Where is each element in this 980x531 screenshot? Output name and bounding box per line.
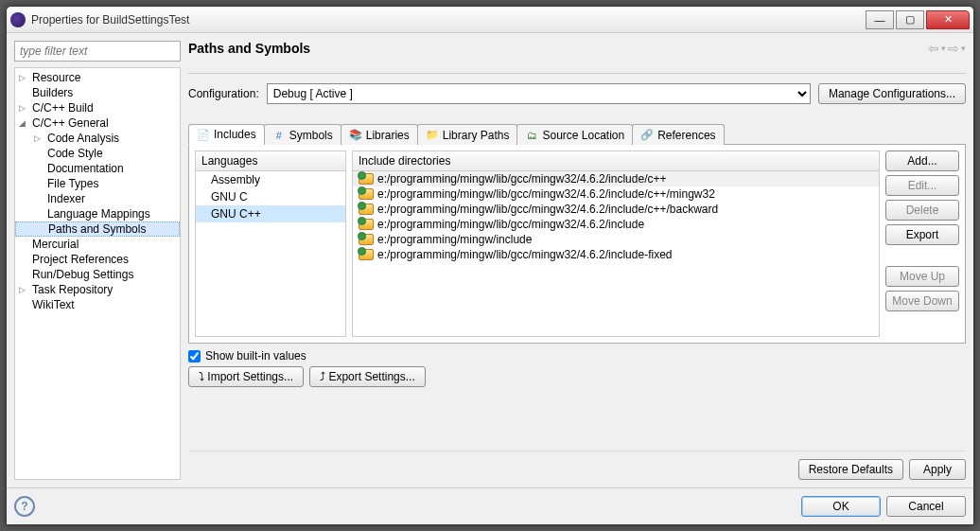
- folder-icon: [359, 249, 374, 260]
- import-settings-button[interactable]: ⤵ Import Settings...: [188, 366, 304, 387]
- language-item[interactable]: GNU C++: [196, 205, 345, 222]
- tab-libraries[interactable]: 📚Libraries: [341, 124, 418, 145]
- window-title: Properties for BuildSettingsTest: [31, 13, 189, 27]
- includes-header: Include directories: [353, 151, 879, 171]
- tree-item-file-types[interactable]: File Types: [15, 176, 180, 191]
- maximize-button[interactable]: ▢: [896, 10, 924, 29]
- include-path-row[interactable]: e:/programming/mingw/lib/gcc/mingw32/4.6…: [353, 247, 879, 262]
- forward-menu-icon[interactable]: ▾: [961, 44, 966, 53]
- language-item[interactable]: GNU C: [196, 188, 345, 205]
- tree-item-resource[interactable]: ▷Resource: [15, 70, 180, 85]
- include-path-row[interactable]: e:/programming/mingw/lib/gcc/mingw32/4.6…: [353, 202, 879, 217]
- forward-icon[interactable]: ⇨: [948, 41, 959, 56]
- expand-icon[interactable]: ▷: [19, 103, 26, 113]
- tree-item-c-c-general[interactable]: ◢C/C++ General: [15, 115, 180, 131]
- expand-icon[interactable]: ▷: [34, 133, 41, 143]
- tree-item-indexer[interactable]: Indexer: [15, 191, 180, 206]
- tab-source-location[interactable]: 🗂Source Location: [516, 124, 633, 145]
- tree-item-code-analysis[interactable]: ▷Code Analysis: [15, 131, 180, 146]
- category-tree[interactable]: ▷ResourceBuilders▷C/C++ Build◢C/C++ Gene…: [14, 67, 181, 480]
- include-path-row[interactable]: e:/programming/mingw/lib/gcc/mingw32/4.6…: [353, 171, 879, 186]
- tab-includes-body: Languages AssemblyGNU CGNU C++ Include d…: [188, 145, 966, 344]
- move-down-button[interactable]: Move Down: [885, 291, 959, 311]
- ok-button[interactable]: OK: [801, 496, 881, 517]
- export-button[interactable]: Export: [885, 224, 959, 245]
- tab-icon: 📚: [349, 129, 362, 142]
- apply-button[interactable]: Apply: [909, 459, 966, 480]
- folder-icon: [359, 219, 374, 230]
- includes-column: Include directories e:/programming/mingw…: [352, 150, 880, 337]
- back-icon[interactable]: ⇦: [928, 41, 939, 56]
- close-button[interactable]: ✕: [926, 10, 970, 29]
- export-icon: ⤴: [320, 370, 325, 383]
- languages-column: Languages AssemblyGNU CGNU C++: [195, 150, 346, 337]
- eclipse-icon: [10, 12, 26, 27]
- tree-item-wikitext[interactable]: WikiText: [15, 297, 180, 312]
- tree-item-task-repository[interactable]: ▷Task Repository: [15, 282, 180, 297]
- tree-item-run-debug-settings[interactable]: Run/Debug Settings: [15, 267, 180, 282]
- expand-icon[interactable]: ▷: [19, 285, 26, 294]
- tab-symbols[interactable]: #Symbols: [264, 124, 341, 145]
- move-up-button[interactable]: Move Up: [885, 266, 959, 287]
- show-builtin-input[interactable]: [188, 350, 201, 363]
- tab-icon: 📄: [197, 128, 210, 141]
- tree-item-c-c-build[interactable]: ▷C/C++ Build: [15, 100, 180, 115]
- tab-includes[interactable]: 📄Includes: [188, 124, 265, 145]
- tree-item-paths-and-symbols[interactable]: Paths and Symbols: [15, 221, 180, 237]
- nav-arrows: ⇦ ▾ ⇨ ▾: [928, 41, 966, 56]
- restore-defaults-button[interactable]: Restore Defaults: [798, 459, 903, 480]
- include-path-row[interactable]: e:/programming/mingw/include: [353, 232, 879, 247]
- folder-icon: [359, 234, 374, 245]
- folder-icon: [359, 173, 374, 185]
- tab-icon: 📁: [426, 129, 439, 142]
- minimize-button[interactable]: —: [866, 10, 894, 29]
- tree-item-documentation[interactable]: Documentation: [15, 161, 180, 176]
- tree-item-code-style[interactable]: Code Style: [15, 146, 180, 161]
- includes-list[interactable]: e:/programming/mingw/lib/gcc/mingw32/4.6…: [353, 171, 879, 336]
- tab-icon: 🔗: [640, 129, 654, 142]
- tree-item-project-references[interactable]: Project References: [15, 252, 180, 267]
- back-menu-icon[interactable]: ▾: [941, 44, 946, 53]
- include-path-row[interactable]: e:/programming/mingw/lib/gcc/mingw32/4.6…: [353, 217, 879, 232]
- include-path-row[interactable]: e:/programming/mingw/lib/gcc/mingw32/4.6…: [353, 186, 879, 202]
- languages-header: Languages: [196, 151, 345, 171]
- help-icon[interactable]: ?: [14, 496, 35, 517]
- folder-icon: [359, 204, 374, 215]
- tab-icon: 🗂: [525, 129, 538, 142]
- edit-button[interactable]: Edit...: [885, 175, 959, 196]
- expand-icon[interactable]: ◢: [19, 118, 26, 128]
- tree-item-builders[interactable]: Builders: [15, 85, 180, 100]
- export-settings-button[interactable]: ⤴ Export Settings...: [309, 366, 426, 387]
- titlebar[interactable]: Properties for BuildSettingsTest — ▢ ✕: [7, 7, 973, 33]
- tab-library-paths[interactable]: 📁Library Paths: [417, 124, 518, 145]
- delete-button[interactable]: Delete: [885, 200, 959, 221]
- language-item[interactable]: Assembly: [196, 171, 345, 188]
- add-button[interactable]: Add...: [885, 150, 959, 171]
- tree-item-language-mappings[interactable]: Language Mappings: [15, 206, 180, 221]
- tab-icon: #: [272, 129, 286, 142]
- tree-item-mercurial[interactable]: Mercurial: [15, 237, 180, 252]
- cancel-button[interactable]: Cancel: [886, 496, 966, 517]
- manage-configurations-button[interactable]: Manage Configurations...: [818, 83, 966, 104]
- tab-bar: 📄Includes#Symbols📚Libraries📁Library Path…: [188, 123, 966, 145]
- configuration-label: Configuration:: [188, 87, 259, 100]
- filter-input[interactable]: [14, 41, 181, 62]
- page-title: Paths and Symbols: [188, 41, 310, 56]
- tab-references[interactable]: 🔗References: [632, 124, 724, 145]
- show-builtin-checkbox[interactable]: Show built-in values: [188, 349, 306, 363]
- configuration-select[interactable]: Debug [ Active ]: [267, 83, 811, 104]
- expand-icon[interactable]: ▷: [19, 73, 26, 82]
- languages-list[interactable]: AssemblyGNU CGNU C++: [196, 171, 345, 336]
- properties-dialog: Properties for BuildSettingsTest — ▢ ✕ ▷…: [6, 6, 974, 525]
- folder-icon: [359, 188, 374, 200]
- import-icon: ⤵: [199, 370, 204, 383]
